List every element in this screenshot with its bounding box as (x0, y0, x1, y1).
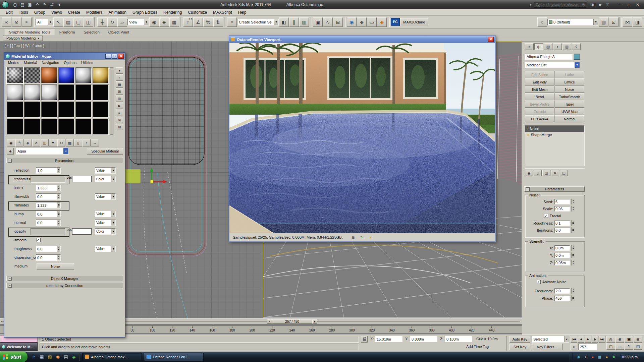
refresh-render-icon[interactable]: ↻ (359, 235, 365, 240)
new-scene-icon[interactable]: ▢ (11, 1, 19, 8)
viewport-label[interactable]: [ + ] [ Top ] [ Wireframe ] (5, 44, 44, 48)
strength-x-field[interactable]: 0.0m (554, 245, 570, 251)
show-map-in-viewport-icon[interactable]: ▩ (66, 139, 74, 146)
fetch-icon[interactable]: ⇄ (48, 1, 56, 8)
open-file-icon[interactable]: ▤ (19, 1, 26, 8)
previous-frame-icon[interactable]: ◂ (267, 319, 272, 324)
color-swatch[interactable] (72, 228, 92, 235)
add-time-tag[interactable]: Add Time Tag (466, 345, 489, 349)
roughness-field[interactable]: 0.1 (554, 221, 570, 226)
make-preview-icon[interactable]: ▶ (116, 103, 123, 109)
layer-manager-icon[interactable]: ▥ ▾ (299, 17, 309, 27)
pick-material-icon[interactable]: ◆ (7, 148, 14, 155)
param-type-dropdown[interactable]: Value▾ (95, 193, 116, 200)
maximize-viewport-icon[interactable]: ◱ (634, 343, 642, 350)
menu-item[interactable]: Utilities (79, 60, 95, 65)
menu-item[interactable]: Group (31, 9, 48, 15)
mail-icon[interactable]: ▤ (62, 353, 70, 361)
z-coord-field[interactable]: 0.103m (445, 336, 472, 342)
toolbar-separator[interactable]: ▾ (344, 17, 346, 27)
seed-spinner[interactable] (571, 199, 575, 204)
search-input[interactable] (536, 3, 582, 7)
favorites-icon[interactable]: ★ (596, 1, 604, 8)
param-spinner[interactable] (57, 194, 60, 199)
material-editor-title-bar[interactable]: Material Editor - Agua ─ □ ✕ (4, 53, 125, 60)
undo-icon[interactable]: ↶ (34, 1, 41, 8)
search-icon[interactable]: ◎ (582, 3, 585, 6)
param-value-field[interactable]: 0.0 (36, 211, 61, 217)
minimize-icon[interactable]: ─ (616, 1, 625, 8)
graphite-ribbon-toggle-icon[interactable]: ▣ ▾ (313, 17, 323, 27)
ribbon-tab[interactable]: Freeform (55, 29, 79, 35)
max2octane-button[interactable]: MAX2Octane▾ MAX2Octane (400, 18, 428, 26)
lock-render-icon[interactable]: ● (368, 235, 374, 240)
make-unique-icon[interactable]: ◫ (542, 170, 550, 176)
material-sample-slot[interactable] (41, 67, 57, 83)
rendered-frame-window-icon[interactable]: ▭ ▾ (367, 17, 377, 27)
modifier-button[interactable]: Lattice (555, 78, 584, 85)
param-type-dropdown[interactable]: Value▾ (95, 167, 116, 174)
x-coord-field[interactable]: 15.019m (375, 336, 402, 342)
toolbar-separator[interactable]: ▾ (180, 17, 182, 27)
messenger-icon[interactable]: ◈ (70, 353, 78, 361)
modifier-button[interactable]: Bevel Profile (525, 101, 554, 108)
keyboard-override-icon[interactable]: ▦ ▾ (169, 17, 179, 27)
go-to-parent-icon[interactable]: ↑ (83, 139, 91, 146)
collapsed-rollout[interactable]: + mental ray Connection (6, 283, 123, 288)
tray-update-icon[interactable]: ● (604, 354, 610, 360)
ribbon-tab[interactable]: Object Paint (104, 29, 134, 35)
material-type-button[interactable]: Specular Material (87, 148, 123, 155)
material-sample-slot[interactable] (93, 119, 109, 135)
modifier-visibility-icon[interactable]: ▤ (527, 133, 530, 136)
material-sample-slot[interactable] (75, 119, 92, 135)
texture-slot[interactable] (31, 176, 65, 183)
param-spinner[interactable] (57, 202, 60, 208)
time-slider-handle[interactable]: ◂ 257 / 450 ▸ (267, 319, 317, 324)
modifier-list-dropdown[interactable]: Modifier List ▾ (525, 62, 580, 68)
select-by-name-icon[interactable]: ▤ ▾ (63, 17, 73, 27)
strength-z-spinner[interactable] (571, 260, 575, 265)
strength-z-field[interactable]: 0.05m (554, 260, 570, 265)
ribbon-tab[interactable]: Graphite Modeling Tools (4, 29, 55, 35)
menu-item[interactable]: Modifiers (83, 9, 106, 15)
param-value-field[interactable]: 0.0 (36, 246, 61, 252)
infocenter-expand-icon[interactable]: ▸ (530, 3, 532, 6)
modifier-button[interactable]: Edit Mesh (525, 86, 554, 93)
align-icon[interactable]: ∥ ▾ (289, 17, 299, 27)
task-browser[interactable]: Octane Render Foru... (144, 353, 204, 361)
save-render-icon[interactable]: ▦ (350, 235, 356, 240)
select-object-icon[interactable]: ↖ ▾ (53, 17, 63, 27)
zoom-all-icon[interactable]: ⊕ (615, 336, 624, 343)
seed-field[interactable]: 6 (554, 199, 570, 204)
tray-network-icon[interactable]: ▦ (597, 354, 603, 360)
minimize-icon[interactable]: ─ (105, 54, 111, 59)
show-end-result-icon[interactable]: ▯ (74, 139, 82, 146)
previous-frame-icon[interactable]: ◀| (578, 336, 584, 343)
zoom-extents-icon[interactable]: ▣ (625, 336, 633, 343)
param-value-field[interactable]: 0.0 (36, 193, 61, 200)
tray-volume-icon[interactable]: ◁ (583, 354, 589, 360)
key-mode-toggle[interactable]: ● (571, 344, 577, 350)
angle-snap-icon[interactable]: ∠ ▾ (193, 17, 203, 27)
save-file-icon[interactable]: ▣ (26, 1, 34, 8)
go-to-end-icon[interactable]: ▶▶| (599, 336, 605, 343)
material-sample-slot[interactable] (24, 119, 40, 135)
material-navigator-icon[interactable]: ▤ (116, 124, 123, 130)
octane-title-bar[interactable]: OctaneRender Viewport. ✕ (229, 36, 495, 43)
param-value-field[interactable]: 0.0 (36, 254, 61, 261)
param-spinner[interactable] (57, 220, 60, 226)
toolbar-separator[interactable]: ▾ (224, 17, 226, 27)
orbit-icon[interactable]: ↻ (625, 343, 633, 350)
array-icon[interactable]: ⋈ ▾ (623, 17, 632, 27)
strength-y-spinner[interactable] (571, 252, 575, 258)
close-icon[interactable]: ✕ (633, 1, 642, 8)
go-to-sibling-icon[interactable]: → (91, 139, 99, 146)
show-desktop-icon[interactable]: ▦ (38, 353, 46, 361)
scale-field[interactable]: 0.06 (554, 206, 570, 212)
options-icon[interactable]: ≡ (116, 110, 123, 116)
material-sample-slot[interactable] (24, 67, 40, 83)
modifier-button[interactable]: Taper (555, 101, 584, 108)
modifier-stack-item[interactable]: ○ Noise (525, 126, 584, 132)
sample-scrollbar[interactable] (110, 67, 113, 135)
menu-item[interactable]: Create (65, 9, 83, 15)
